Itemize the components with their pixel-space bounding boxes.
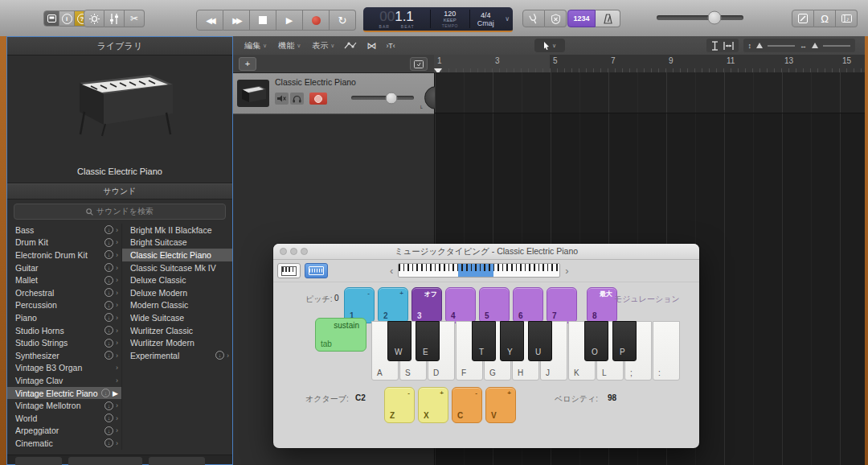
octave-next-arrow[interactable]: ›: [565, 265, 568, 277]
download-icon[interactable]: ↓: [215, 351, 224, 360]
black-key-E[interactable]: E: [416, 321, 440, 361]
download-icon[interactable]: ↓: [104, 313, 113, 322]
edit-menu[interactable]: 編集∨: [244, 40, 267, 51]
catch-playhead-button[interactable]: ›T‹: [386, 42, 395, 50]
black-key-O[interactable]: O: [584, 321, 608, 361]
library-category-row[interactable]: Piano↓›: [7, 311, 121, 324]
download-icon[interactable]: ↓: [104, 438, 113, 447]
horizontal-zoom-slider[interactable]: [812, 43, 818, 48]
library-patch-row[interactable]: Experimental↓›: [122, 349, 232, 362]
functions-menu[interactable]: 機能∨: [278, 40, 301, 51]
smart-controls-button[interactable]: [104, 10, 125, 27]
vertical-zoom-slider[interactable]: [756, 43, 763, 48]
add-track-button[interactable]: +: [239, 57, 256, 71]
library-category-row[interactable]: Percussion↓›: [7, 299, 121, 312]
download-icon[interactable]: ↓: [104, 351, 113, 360]
library-bottom-button[interactable]: [149, 457, 205, 465]
download-icon[interactable]: ↓: [101, 389, 110, 397]
master-tuner-button[interactable]: [522, 10, 545, 27]
black-key-U[interactable]: U: [528, 321, 552, 361]
octave-prev-arrow[interactable]: ‹: [390, 265, 393, 277]
view-menu[interactable]: 表示∨: [312, 40, 334, 51]
library-patch-row[interactable]: Wurlitzer Modern: [122, 336, 232, 349]
library-category-row[interactable]: Cinematic↓›: [7, 437, 121, 450]
download-icon[interactable]: ↓: [104, 426, 113, 435]
horizontal-fit-icon[interactable]: [723, 42, 734, 50]
library-patch-row[interactable]: Wide Suitcase: [122, 311, 232, 324]
octave-key-Z[interactable]: Z-: [384, 387, 415, 423]
library-category-row[interactable]: Orchestral↓›: [7, 286, 121, 299]
vertical-auto-zoom-icon[interactable]: [711, 41, 719, 51]
track-lane-1[interactable]: [435, 72, 865, 113]
library-patch-row[interactable]: Deluxe Classic: [122, 274, 232, 286]
download-icon[interactable]: ↓: [104, 326, 113, 335]
zoom-icon[interactable]: [301, 248, 308, 255]
library-category-row[interactable]: Vintage Electric Piano↓▶: [7, 387, 121, 400]
track-name[interactable]: Classic Electric Piano: [275, 77, 356, 87]
cycle-button[interactable]: ↻: [330, 10, 356, 31]
download-icon[interactable]: ↓: [104, 301, 113, 310]
library-patch-row[interactable]: Bright Mk II Blackface: [122, 224, 232, 237]
library-category-row[interactable]: Bass↓›: [7, 224, 121, 237]
forward-button[interactable]: ▶▶: [223, 10, 250, 31]
library-search-input[interactable]: サウンドを検索: [14, 204, 226, 220]
download-icon[interactable]: ↓: [104, 288, 113, 297]
record-button[interactable]: [303, 10, 330, 31]
download-icon[interactable]: ↓: [104, 414, 113, 422]
library-category-row[interactable]: Synthesizer↓›: [7, 349, 121, 362]
mute-button[interactable]: [275, 93, 289, 105]
black-key-Y[interactable]: Y: [500, 321, 524, 361]
library-category-row[interactable]: Arpeggiator↓›: [7, 425, 121, 438]
minimize-icon[interactable]: [290, 248, 297, 255]
library-category-row[interactable]: Studio Horns↓›: [7, 324, 121, 337]
track-volume-knob[interactable]: [386, 92, 398, 104]
library-category-row[interactable]: Mallet↓›: [7, 274, 121, 286]
octave-key-C[interactable]: C-: [452, 387, 482, 423]
library-category-row[interactable]: Vintage Clav›: [7, 374, 121, 387]
black-key-T[interactable]: T: [472, 321, 496, 361]
library-category-row[interactable]: Vintage Mellotron↓›: [7, 399, 121, 412]
automation-button[interactable]: [344, 41, 357, 50]
download-icon[interactable]: ↓: [104, 250, 113, 259]
track-header-options-button[interactable]: [410, 57, 428, 71]
library-category-row[interactable]: Electronic Drum Kit↓›: [7, 249, 121, 261]
record-enable-button[interactable]: [309, 93, 327, 105]
library-toggle-button[interactable]: [43, 10, 59, 27]
note-pad-button[interactable]: [792, 10, 814, 27]
sustain-key[interactable]: sustain tab: [315, 318, 366, 352]
library-patch-row[interactable]: Wurlitzer Classic: [122, 324, 232, 337]
track-volume-slider[interactable]: [351, 96, 414, 100]
metronome-button[interactable]: [596, 10, 620, 27]
library-bottom-button[interactable]: [68, 457, 142, 465]
stop-button[interactable]: [250, 10, 276, 31]
typing-view-toggle[interactable]: [305, 263, 328, 278]
library-patch-row[interactable]: Deluxe Modern: [122, 286, 232, 299]
library-category-row[interactable]: Vintage B3 Organ›: [7, 362, 121, 375]
loop-browser-button[interactable]: Ω: [814, 10, 836, 27]
musical-typing-titlebar[interactable]: ミュージックタイピング - Classic Electric Piano: [273, 244, 699, 260]
media-browser-button[interactable]: ♪: [836, 10, 858, 27]
keyboard-view-toggle[interactable]: [277, 263, 301, 278]
lcd-display[interactable]: 001.1 BARBEAT 120 KEEP TEMPO 4/4 Cmaj ∨: [363, 7, 513, 32]
rewind-button[interactable]: ◀◀: [196, 10, 223, 31]
library-category-row[interactable]: Guitar↓›: [7, 261, 121, 274]
track-header[interactable]: Classic Electric Piano L R: [233, 73, 434, 114]
download-icon[interactable]: ↓: [104, 401, 113, 410]
volume-slider-knob[interactable]: [708, 11, 722, 25]
library-patch-row[interactable]: Bright Suitcase: [122, 237, 232, 249]
count-in-button[interactable]: 1234: [567, 10, 596, 27]
pointer-tool-menu[interactable]: ∨: [534, 39, 565, 52]
master-volume-slider[interactable]: [657, 15, 743, 20]
download-icon[interactable]: ↓: [104, 225, 113, 234]
library-bottom-button[interactable]: [15, 457, 62, 465]
editors-button[interactable]: ✂: [125, 10, 145, 27]
close-icon[interactable]: [280, 248, 287, 255]
quick-help-info-button[interactable]: i: [59, 10, 75, 27]
library-patch-row[interactable]: Classic Suitcase Mk IV: [122, 261, 232, 274]
octave-key-V[interactable]: V+: [485, 387, 516, 423]
lcd-chevron-icon[interactable]: ∨: [502, 7, 513, 31]
flex-button[interactable]: ⋈: [366, 40, 376, 51]
download-icon[interactable]: ↓: [104, 276, 113, 285]
library-category-row[interactable]: Drum Kit↓›: [7, 237, 121, 249]
tuner-button[interactable]: [84, 10, 104, 27]
